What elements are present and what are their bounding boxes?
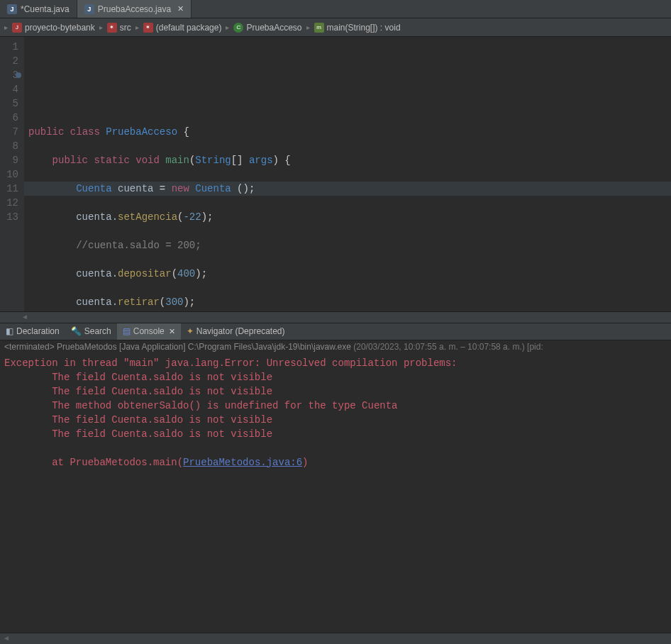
tab-search[interactable]: 🔦 Search bbox=[65, 323, 117, 340]
editor-horizontal-scrollbar[interactable] bbox=[0, 311, 671, 323]
crumb-package[interactable]: ✶ (default package) bbox=[140, 23, 225, 33]
search-icon: 🔦 bbox=[71, 326, 82, 336]
crumb-project[interactable]: J proyecto-bytebank bbox=[9, 23, 98, 33]
editor-tabbar: J *Cuenta.java J PruebaAcceso.java ✕ bbox=[0, 0, 671, 18]
tab-pruebaacceso-java[interactable]: J PruebaAcceso.java ✕ bbox=[77, 0, 192, 18]
console-line: The field Cuenta.saldo is not visible bbox=[4, 428, 272, 440]
java-file-icon: J bbox=[7, 4, 17, 14]
crumb-label: (default package) bbox=[156, 23, 222, 33]
line-number: 5 bbox=[3, 96, 18, 111]
tab-declaration[interactable]: ◧ Declaration bbox=[0, 323, 65, 340]
code-editor[interactable]: 1 2 3 4 5 6 7 8 9 10 11 12 13 public cla… bbox=[0, 37, 671, 311]
console-line: The method obtenerSaldo() is undefined f… bbox=[4, 400, 398, 411]
crumb-class[interactable]: C PruebaAcceso bbox=[231, 23, 304, 33]
tab-label: Console bbox=[133, 326, 165, 336]
tab-label: PruebaAcceso.java bbox=[98, 4, 171, 14]
console-status: <terminated> PruebaMetodos [Java Applica… bbox=[4, 342, 351, 352]
crumb-label: main(String[]) : void bbox=[327, 23, 401, 33]
tab-label: *Cuenta.java bbox=[21, 4, 70, 14]
tab-cuenta-java[interactable]: J *Cuenta.java bbox=[0, 0, 77, 18]
chevron-right-icon: ▸ bbox=[305, 23, 311, 31]
line-number: 12 bbox=[3, 196, 18, 210]
console-time: (20/03/2023, 10:07:55 a. m. – 10:07:58 a… bbox=[351, 342, 543, 352]
line-number: 13 bbox=[3, 210, 18, 224]
tab-console[interactable]: ▤ Console ✕ bbox=[117, 323, 181, 340]
package-icon: ✶ bbox=[143, 23, 153, 33]
line-number: 10 bbox=[3, 167, 18, 182]
method-icon: m bbox=[314, 23, 324, 33]
console-line: The field Cuenta.saldo is not visible bbox=[4, 372, 272, 383]
crumb-src[interactable]: ✶ src bbox=[104, 23, 134, 33]
line-number: 8 bbox=[3, 139, 18, 153]
line-number: 9 bbox=[3, 153, 18, 167]
console-output[interactable]: Exception in thread "main" java.lang.Err… bbox=[0, 353, 671, 633]
class-icon: C bbox=[233, 23, 243, 33]
console-line: The field Cuenta.saldo is not visible bbox=[4, 414, 272, 426]
project-icon: J bbox=[12, 23, 22, 33]
code-content[interactable]: public class PruebaAcceso { public stati… bbox=[24, 37, 671, 311]
chevron-right-icon: ▸ bbox=[3, 23, 9, 31]
line-gutter: 1 2 3 4 5 6 7 8 9 10 11 12 13 bbox=[0, 37, 24, 311]
chevron-right-icon: ▸ bbox=[98, 23, 104, 31]
navigator-icon: ✦ bbox=[187, 326, 194, 336]
tab-label: Search bbox=[84, 326, 111, 336]
tab-navigator[interactable]: ✦ Navigator (Deprecated) bbox=[181, 323, 291, 340]
crumb-method[interactable]: m main(String[]) : void bbox=[311, 23, 404, 33]
line-number: 11 bbox=[3, 182, 18, 196]
bottom-view-tabs: ◧ Declaration 🔦 Search ▤ Console ✕ ✦ Nav… bbox=[0, 323, 671, 340]
line-number: 7 bbox=[3, 125, 18, 139]
console-horizontal-scrollbar[interactable] bbox=[0, 633, 671, 644]
crumb-label: PruebaAcceso bbox=[246, 23, 301, 33]
crumb-label: proyecto-bytebank bbox=[25, 23, 95, 33]
line-number: 6 bbox=[3, 111, 18, 125]
console-line-suffix: ) bbox=[302, 457, 308, 468]
console-line-prefix: at PruebaMetodos.main( bbox=[4, 457, 183, 468]
line-number: 2 bbox=[3, 54, 18, 68]
crumb-label: src bbox=[120, 23, 131, 33]
java-file-icon: J bbox=[84, 4, 94, 14]
breadcrumb: ▸ J proyecto-bytebank ▸ ✶ src ▸ ✶ (defau… bbox=[0, 18, 671, 37]
console-line: The field Cuenta.saldo is not visible bbox=[4, 386, 272, 397]
console-line: Exception in thread "main" java.lang.Err… bbox=[4, 357, 463, 369]
code-lines: public class PruebaAcceso { public stati… bbox=[28, 82, 671, 311]
tab-label: Navigator (Deprecated) bbox=[196, 326, 285, 336]
declaration-icon: ◧ bbox=[6, 326, 13, 336]
tab-label: Declaration bbox=[16, 326, 60, 336]
stacktrace-link[interactable]: PruebaMetodos.java:6 bbox=[183, 457, 302, 468]
chevron-right-icon: ▸ bbox=[224, 23, 231, 31]
source-folder-icon: ✶ bbox=[107, 23, 117, 33]
close-icon[interactable]: ✕ bbox=[169, 327, 175, 336]
chevron-right-icon: ▸ bbox=[134, 23, 140, 31]
line-number: 1 bbox=[3, 40, 18, 54]
line-number: 4 bbox=[3, 82, 18, 96]
close-icon[interactable]: ✕ bbox=[177, 4, 184, 13]
console-status-line: <terminated> PruebaMetodos [Java Applica… bbox=[0, 340, 671, 353]
line-number: 3 bbox=[3, 68, 18, 82]
console-icon: ▤ bbox=[123, 326, 131, 336]
